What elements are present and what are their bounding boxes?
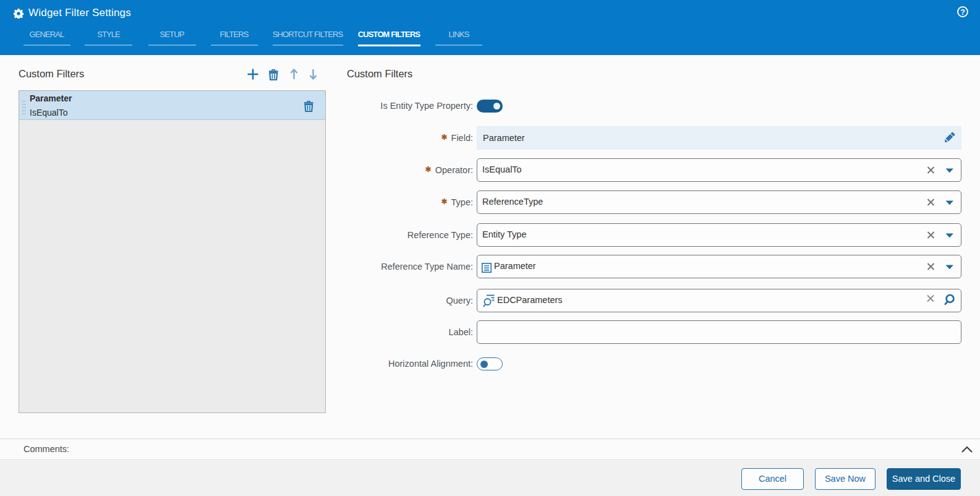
svg-text:?: ?: [960, 8, 965, 17]
